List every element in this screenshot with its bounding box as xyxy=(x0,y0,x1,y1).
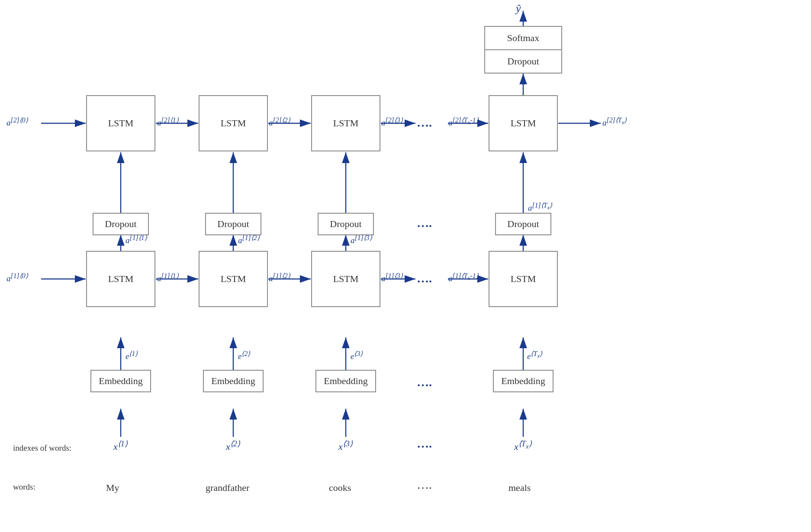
dots-words: …. xyxy=(417,478,432,492)
yhat-label: ŷ xyxy=(516,2,521,15)
a20-label: a[2]⟨0⟩ xyxy=(6,116,28,128)
wordtx-label: meals xyxy=(508,482,531,494)
a12-label: a[1]⟨2⟩ xyxy=(269,272,290,283)
e1-label: e⟨1⟩ xyxy=(126,349,138,361)
a13-between-label: a[1]⟨3⟩ xyxy=(351,234,372,245)
diagram-container: LSTM LSTM LSTM LSTM Dropout Dropout Drop… xyxy=(0,0,811,532)
lstm-layer2-col1: LSTM xyxy=(86,95,155,151)
xtx-label: x⟨Tx⟩ xyxy=(514,439,532,452)
embedding-label-c1: Embedding xyxy=(99,375,142,387)
words-label: words: xyxy=(13,482,35,492)
a1tx-label: a[1]⟨Tx⟩ xyxy=(528,201,552,213)
dots-layer2: …. xyxy=(417,116,432,130)
word1-label: My xyxy=(106,482,119,494)
a11-label: a[1]⟨1⟩ xyxy=(157,272,179,283)
etx-label: e⟨Tx⟩ xyxy=(527,349,542,361)
dots-layer1: …. xyxy=(417,272,432,285)
dropout-col2: Dropout xyxy=(205,213,261,235)
e3-label: e⟨3⟩ xyxy=(351,349,363,361)
lstm-layer2-col2: LSTM xyxy=(199,95,268,151)
lstm-label-l2c4: LSTM xyxy=(511,118,536,129)
lstm-label-l2c3: LSTM xyxy=(333,118,359,129)
softmax-dropout-row: Dropout xyxy=(485,50,561,73)
dropout-col4: Dropout xyxy=(495,213,551,235)
dots-x: …. xyxy=(417,437,432,451)
embedding-col4: Embedding xyxy=(493,370,554,392)
lstm-layer1-col2: LSTM xyxy=(199,251,268,307)
lstm-label-l1c3: LSTM xyxy=(333,273,359,285)
embedding-col3: Embedding xyxy=(315,370,376,392)
embedding-label-c3: Embedding xyxy=(324,375,367,387)
dropout-col1: Dropout xyxy=(93,213,149,235)
dropout-col3: Dropout xyxy=(318,213,374,235)
word3-label: cooks xyxy=(329,482,351,494)
softmax-label: Softmax xyxy=(507,32,540,44)
a12-between-label: a[1]⟨2⟩ xyxy=(238,234,260,245)
embedding-label-c2: Embedding xyxy=(211,375,255,387)
a1tx1-label: a[1]⟨Tx-1⟩ xyxy=(448,272,479,283)
x1-label: x⟨1⟩ xyxy=(113,439,128,452)
dropout-label-c2: Dropout xyxy=(217,218,249,230)
lstm-label-l1c1: LSTM xyxy=(108,273,134,285)
lstm-layer1-col4: LSTM xyxy=(489,251,558,307)
dots-dropout: …. xyxy=(417,216,432,230)
softmax-row: Softmax xyxy=(485,27,561,50)
dropout-label-c3: Dropout xyxy=(330,218,361,230)
lstm-label-l2c1: LSTM xyxy=(108,118,134,129)
lstm-label-l1c2: LSTM xyxy=(221,273,246,285)
a22-label: a[2]⟨2⟩ xyxy=(269,116,290,128)
embedding-col2: Embedding xyxy=(203,370,264,392)
embedding-label-c4: Embedding xyxy=(501,375,545,387)
indexes-label: indexes of words: xyxy=(13,443,71,453)
dropout-label-c1: Dropout xyxy=(105,218,136,230)
a2tx1-label: a[2]⟨Tx-1⟩ xyxy=(448,116,479,128)
lstm-layer2-col3: LSTM xyxy=(311,95,380,151)
lstm-layer1-col3: LSTM xyxy=(311,251,380,307)
a2tx-label: a[2]⟨Tx⟩ xyxy=(602,116,627,128)
dropout-label-c4: Dropout xyxy=(507,218,539,230)
a21-label: a[2]⟨1⟩ xyxy=(157,116,179,128)
a23-label: a[2]⟨3⟩ xyxy=(381,116,403,128)
lstm-label-l1c4: LSTM xyxy=(511,273,536,285)
softmax-dropout-label: Dropout xyxy=(507,56,539,67)
dots-embedding: …. xyxy=(417,375,432,389)
lstm-label-l2c2: LSTM xyxy=(221,118,246,129)
a11-between-label: a[1]⟨1⟩ xyxy=(126,234,147,245)
lstm-layer2-col4: LSTM xyxy=(489,95,558,151)
a10-label: a[1]⟨0⟩ xyxy=(6,272,28,283)
lstm-layer1-col1: LSTM xyxy=(86,251,155,307)
x2-label: x⟨2⟩ xyxy=(226,439,240,452)
a13-label: a[1]⟨3⟩ xyxy=(381,272,403,283)
word2-label: grandfather xyxy=(206,482,249,494)
e2-label: e⟨2⟩ xyxy=(238,349,250,361)
x3-label: x⟨3⟩ xyxy=(338,439,353,452)
embedding-col1: Embedding xyxy=(90,370,151,392)
softmax-dropout-box: Softmax Dropout xyxy=(484,26,562,74)
